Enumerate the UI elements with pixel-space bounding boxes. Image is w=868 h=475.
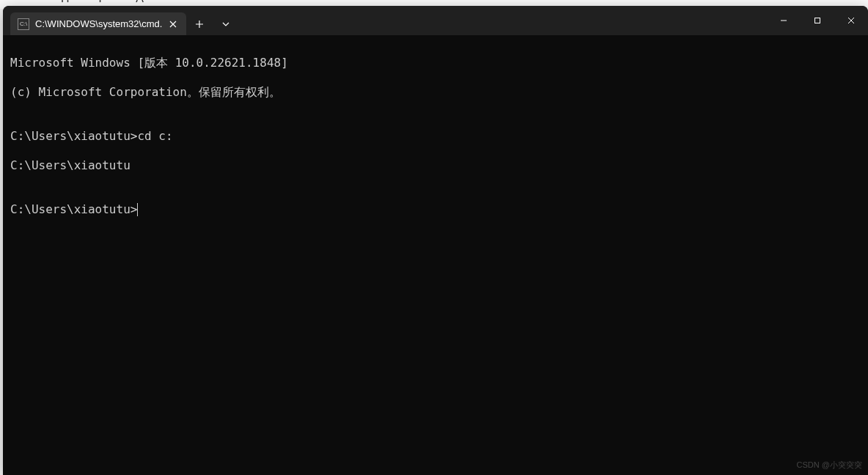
terminal-line: C:\Users\xiaotutu	[10, 158, 861, 173]
tab-active[interactable]: C:\ C:\WINDOWS\system32\cmd.	[10, 12, 186, 35]
plus-icon	[195, 20, 204, 29]
maximize-button[interactable]	[801, 6, 834, 35]
tab-actions	[186, 12, 239, 35]
window-controls	[767, 6, 868, 35]
tab-close-button[interactable]	[166, 17, 180, 32]
close-icon	[847, 17, 855, 24]
terminal-cursor	[137, 203, 138, 216]
maximize-icon	[814, 17, 821, 24]
watermark: CSDN @小突突突	[797, 457, 862, 472]
new-tab-button[interactable]	[186, 12, 213, 35]
terminal-prompt-line: C:\Users\xiaotutu>	[10, 202, 861, 217]
terminal-prompt: C:\Users\xiaotutu>	[10, 202, 137, 216]
terminal-body[interactable]: Microsoft Windows [版本 10.0.22621.1848] (…	[3, 35, 868, 475]
minimize-icon	[780, 17, 787, 24]
terminal-window: C:\ C:\WINDOWS\system32\cmd.	[3, 6, 868, 475]
titlebar[interactable]: C:\ C:\WINDOWS\system32\cmd.	[3, 6, 868, 35]
svg-rect-0	[815, 18, 820, 23]
cmd-icon: C:\	[18, 18, 29, 30]
tab-dropdown-button[interactable]	[213, 12, 239, 35]
terminal-line: C:\Users\xiaotutu>cd c:	[10, 129, 861, 144]
terminal-line: (c) Microsoft Corporation。保留所有权利。	[10, 85, 861, 100]
chevron-down-icon	[221, 20, 230, 29]
tab-title: C:\WINDOWS\system32\cmd.	[35, 18, 166, 29]
window-close-button[interactable]	[834, 6, 868, 35]
close-icon	[169, 21, 177, 28]
minimize-button[interactable]	[767, 6, 801, 35]
terminal-line: Microsoft Windows [版本 10.0.22621.1848]	[10, 56, 861, 70]
